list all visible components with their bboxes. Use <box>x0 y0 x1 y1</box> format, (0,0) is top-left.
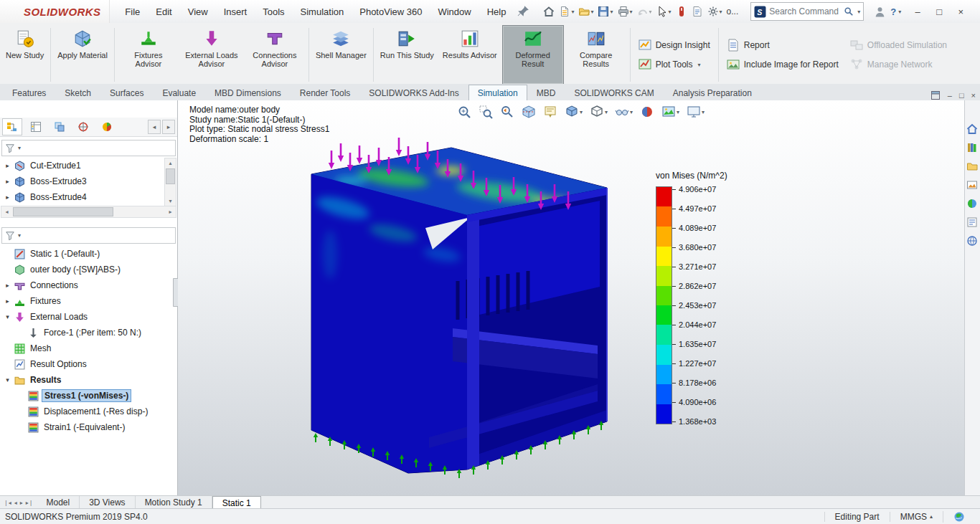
panel-tab-propertymanager[interactable] <box>26 118 46 135</box>
compare-results-button[interactable]: Compare Results <box>565 25 627 85</box>
tab-render-tools[interactable]: Render Tools <box>291 85 360 100</box>
tree-item-results[interactable]: ▾Results <box>0 372 177 388</box>
plot-tools-button[interactable]: Plot Tools▾ <box>639 58 710 71</box>
filter-dropdown-icon[interactable]: ▾ <box>18 145 21 151</box>
scroll-down-icon[interactable]: ▾ <box>165 196 176 206</box>
panel-tab-dimxpert[interactable] <box>73 118 93 135</box>
doc-tab-motion-study-1[interactable]: Motion Study 1 <box>136 496 212 509</box>
scroll-up-icon[interactable]: ▴ <box>165 158 176 168</box>
chevron-down-icon[interactable]: ▾ <box>630 109 633 115</box>
chevron-down-icon[interactable]: ▾ <box>610 9 613 15</box>
tab-mbd-dimensions[interactable]: MBD Dimensions <box>205 85 291 100</box>
tree-item-strain1[interactable]: Strain1 (-Equivalent-) <box>0 419 177 435</box>
tree-item[interactable]: ▸Boss-Extrude3 <box>0 173 165 189</box>
scroll-right-icon[interactable]: ▸ <box>165 207 176 216</box>
chevron-down-icon[interactable]: ▾ <box>669 9 672 15</box>
doc-minimize-icon[interactable]: – <box>948 91 952 100</box>
user-icon[interactable] <box>874 6 886 18</box>
run-this-study-button[interactable]: Run This Study <box>377 25 438 85</box>
tab-evaluate[interactable]: Evaluate <box>153 85 205 100</box>
taskpane-appearances-button[interactable] <box>966 198 979 210</box>
tab-solidworks-add-ins[interactable]: SOLIDWORKS Add-Ins <box>359 85 468 100</box>
tree-item-static[interactable]: Static 1 (-Default-) <box>0 246 177 262</box>
taskpane-forum-button[interactable] <box>966 235 979 247</box>
tree-item[interactable]: ▸Boss-Extrude4 <box>0 189 165 205</box>
home-button[interactable] <box>541 4 557 19</box>
taskpane-custom-properties-button[interactable] <box>966 216 979 229</box>
panel-icon[interactable] <box>930 90 941 100</box>
zoom-to-fit-button[interactable] <box>456 104 472 120</box>
expander-icon[interactable]: ▸ <box>4 178 11 185</box>
chevron-down-icon[interactable]: ▾ <box>605 109 608 115</box>
select-button[interactable]: ▾ <box>654 4 674 19</box>
display-style-button[interactable]: ▾ <box>589 104 608 120</box>
tab-solidworks-cam[interactable]: SOLIDWORKS CAM <box>565 85 663 100</box>
first-tab-icon[interactable]: ❘◂ <box>4 500 11 506</box>
options-button[interactable]: ▾ <box>705 4 725 19</box>
print-button[interactable]: ▾ <box>616 4 635 19</box>
undo-button[interactable]: ▾ <box>635 4 654 19</box>
graphics-viewport[interactable]: Model name:outer bodyStudy name:Static 1… <box>178 100 965 496</box>
external-loads-advisor-button[interactable]: External Loads Advisor <box>181 25 242 85</box>
tree-item[interactable]: ▸Cut-Extrude1 <box>0 158 165 173</box>
tab-analysis-preparation[interactable]: Analysis Preparation <box>664 85 761 100</box>
tab-simulation[interactable]: Simulation <box>468 85 527 100</box>
maximize-button[interactable]: □ <box>928 3 950 21</box>
study-tree-filter[interactable]: ▾ <box>1 227 176 244</box>
units-dropdown-icon[interactable]: ▴ <box>930 513 933 520</box>
annotation-views-button[interactable] <box>542 104 558 120</box>
expander-icon[interactable]: ▸ <box>4 194 11 201</box>
taskpane-design-library-button[interactable] <box>966 142 979 154</box>
close-button[interactable]: × <box>950 3 971 21</box>
panel-tab-configurationmanager[interactable] <box>50 118 70 135</box>
menu-file[interactable]: File <box>117 3 148 21</box>
fixtures-advisor-button[interactable]: Fixtures Advisor <box>118 25 179 85</box>
help-dropdown-icon[interactable]: ▾ <box>898 9 901 15</box>
tree-item-displacement1[interactable]: Displacement1 (-Res disp-) <box>0 404 177 419</box>
menu-insert[interactable]: Insert <box>216 3 255 21</box>
pin-icon[interactable] <box>517 5 529 18</box>
tab-scroll-left-icon[interactable]: ◂ <box>148 120 161 134</box>
results-advisor-button[interactable]: Results Advisor <box>439 25 501 85</box>
menu-help[interactable]: Help <box>479 3 514 21</box>
expander-icon[interactable]: ▾ <box>4 313 11 320</box>
next-tab-icon[interactable]: ▸ <box>20 500 23 506</box>
chevron-down-icon[interactable]: ▾ <box>677 109 679 115</box>
filter-dropdown-icon[interactable]: ▾ <box>18 232 21 239</box>
chevron-down-icon[interactable]: ▾ <box>590 9 593 15</box>
tree-item-stress1[interactable]: Stress1 (-vonMises-) <box>0 388 177 404</box>
stress-model-3d[interactable] <box>178 100 965 496</box>
menu-simulation[interactable]: Simulation <box>293 3 352 21</box>
section-view-button[interactable] <box>521 104 537 120</box>
menu-window[interactable]: Window <box>430 3 479 21</box>
doc-restore-icon[interactable]: □ <box>959 91 964 100</box>
doc-close-icon[interactable]: × <box>971 91 976 100</box>
panel-tab-featuremanager[interactable] <box>2 118 22 135</box>
chevron-down-icon[interactable]: ▾ <box>571 9 574 15</box>
doc-tab-static-1[interactable]: Static 1 <box>212 496 261 509</box>
tab-sketch[interactable]: Sketch <box>55 85 100 100</box>
taskpane-view-palette-button[interactable] <box>966 179 979 191</box>
zoom-to-area-button[interactable] <box>478 104 494 120</box>
tree-item-external[interactable]: ▾External Loads <box>0 309 177 325</box>
shell-manager-button[interactable]: Shell Manager <box>312 25 370 85</box>
expander-icon[interactable]: ▸ <box>4 162 11 169</box>
hide-show-items-button[interactable]: ▾ <box>614 104 633 120</box>
panel-tab-displaymanager[interactable] <box>97 118 117 135</box>
hscroll-thumb[interactable] <box>13 207 113 216</box>
tab-scroll-right-icon[interactable]: ▸ <box>162 120 175 134</box>
units-selector[interactable]: MMGS ▴ <box>890 512 943 522</box>
feature-tree-vscrollbar[interactable]: ▴ ▾ <box>164 158 176 206</box>
feature-tree-filter[interactable]: ▾ <box>1 140 176 156</box>
last-tab-icon[interactable]: ▸❘ <box>26 500 34 506</box>
tab-surfaces[interactable]: Surfaces <box>100 85 153 100</box>
new-study-button[interactable]: New Study <box>2 25 47 85</box>
view-orientation-button[interactable]: ▾ <box>564 104 583 120</box>
prev-tab-icon[interactable]: ◂ <box>14 500 17 506</box>
search-input[interactable]: Search Command <box>769 6 841 16</box>
search-dropdown-icon[interactable]: ▾ <box>857 9 860 15</box>
chevron-down-icon[interactable]: ▾ <box>630 9 633 15</box>
doc-tab-model[interactable]: Model <box>37 496 80 509</box>
tab-mbd[interactable]: MBD <box>527 85 565 100</box>
apply-material-button[interactable]: Apply Material <box>54 25 111 85</box>
